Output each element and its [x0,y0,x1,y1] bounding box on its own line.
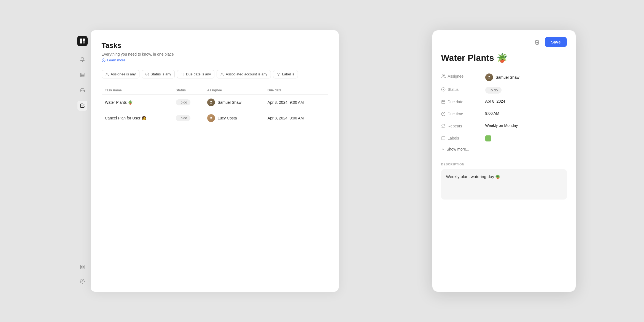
sidebar-item-table[interactable] [77,70,87,80]
status-badge-2: To do [176,115,190,121]
detail-status-badge: To do [485,87,502,94]
status-badge-1: To do [176,99,190,105]
due-date-cell-2: Apr 8, 2024, 9:00 AM [264,110,328,126]
task-name-1: Water Plants 🪴 [102,95,173,110]
due-date-cell-1: Apr 8, 2024, 9:00 AM [264,95,328,110]
col-assignee: Assignee [204,86,264,95]
field-due-time: Due time 9:00 AM [441,108,567,121]
delete-button[interactable] [533,38,541,47]
show-more-button[interactable]: Show more... [441,145,469,154]
field-assignee: Assignee Samuel Shaw [441,71,567,84]
svg-rect-11 [80,268,82,269]
sidebar-item-inbox[interactable] [77,85,87,95]
filter-due-date[interactable]: Due date is any [177,70,214,78]
page-title: Tasks [102,41,328,50]
calendar-icon [180,72,184,76]
svg-point-24 [442,75,443,76]
filter-bar: Assignee is any Status is any Due date i… [102,70,328,78]
svg-point-16 [106,73,108,74]
detail-panel: Save Water Plants 🪴 Assignee [432,30,576,292]
sidebar-item-tasks[interactable] [77,101,87,111]
detail-title: Water Plants 🪴 [441,53,567,63]
filter-label[interactable]: Label is [273,70,298,78]
svg-rect-0 [80,39,82,41]
svg-rect-26 [442,100,445,104]
filter-status[interactable]: Status is any [142,70,175,78]
main-panel: Tasks Everything you need to know, in on… [91,30,339,292]
field-repeats: Repeats Weekly on Monday [441,121,567,133]
table-row[interactable]: Cancel Plan for User 🧑 To do Lucy Costa [102,110,328,126]
sidebar [74,30,91,292]
col-status: Status [173,86,204,95]
svg-rect-4 [80,73,84,77]
status-icon [441,87,446,92]
status-cell-1: To do [173,95,204,110]
assignee-icon [441,74,446,78]
avatar-1 [207,99,215,106]
filter-associated-account[interactable]: Associated account is any [217,70,271,78]
svg-rect-2 [80,41,82,43]
svg-rect-8 [80,265,82,266]
field-status: Status To do [441,84,567,96]
labels-icon [441,136,446,140]
repeats-icon [441,124,446,128]
svg-rect-18 [181,73,184,76]
due-date-icon [441,100,446,104]
col-due-date: Due date [264,86,328,95]
svg-rect-3 [83,41,85,43]
divider [441,158,567,158]
info-icon [102,58,106,62]
filter-assignee[interactable]: Assignee is any [102,70,139,78]
field-labels: Labels [441,133,567,145]
detail-header: Save [441,37,567,47]
svg-marker-23 [277,73,280,76]
sidebar-item-settings[interactable] [77,276,87,286]
learn-more-link[interactable]: Learn more [102,58,125,62]
filter-icon [277,72,281,76]
svg-point-22 [222,73,223,74]
col-task-name: Task name [102,86,173,95]
sidebar-item-grid[interactable] [77,262,87,272]
status-cell-2: To do [173,110,204,126]
task-name-2: Cancel Plan for User 🧑 [102,110,173,126]
detail-avatar [485,73,493,81]
svg-rect-1 [83,39,85,41]
svg-rect-9 [83,265,84,266]
tasks-table: Task name Status Assignee Due date Water… [102,86,328,126]
label-color [485,135,491,141]
account-person-icon [220,72,224,76]
circle-check-icon [145,72,149,76]
field-due-date: Due date Apr 8, 2024 [441,96,567,108]
description-heading: DESCRIPTION [441,163,567,166]
logo[interactable] [77,36,88,46]
svg-rect-31 [442,137,445,140]
description-box[interactable]: Weekly plant watering day 🪴 [441,169,567,200]
assignee-cell-1: Samuel Shaw [204,95,264,110]
svg-point-12 [82,281,83,282]
due-time-icon [441,112,446,116]
person-icon [105,72,109,76]
chevron-down-icon [441,147,445,151]
assignee-cell-2: Lucy Costa [204,110,264,126]
sidebar-item-bell[interactable] [77,54,87,64]
page-subtitle: Everything you need to know, in one plac… [102,52,328,56]
table-row[interactable]: Water Plants 🪴 To do Samuel Shaw [102,95,328,110]
svg-rect-10 [83,268,84,269]
sidebar-bottom [77,262,87,286]
save-button[interactable]: Save [545,37,567,47]
avatar-2 [207,114,215,122]
